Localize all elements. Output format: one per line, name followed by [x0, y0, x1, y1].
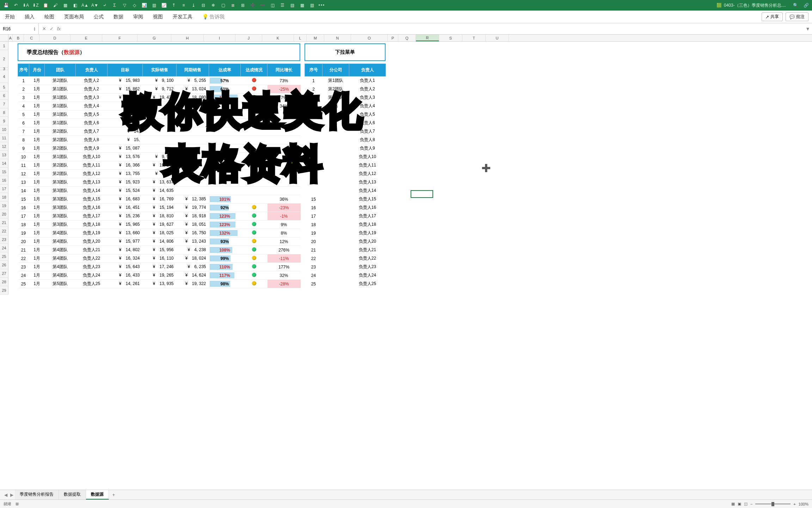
view-break-icon[interactable]: ◫	[744, 502, 748, 506]
table-row[interactable]: 25负责人25	[305, 280, 386, 288]
row-header[interactable]: 14	[0, 159, 8, 168]
name-box[interactable]: R16 ▲▼	[0, 23, 39, 34]
zoom-in-button[interactable]: +	[793, 502, 795, 506]
menu-tab[interactable]: 页面布局	[63, 11, 85, 23]
row-header[interactable]: 19	[0, 201, 8, 210]
share-button[interactable]: ↗ 共享	[762, 12, 783, 21]
group-icon[interactable]: ⊞	[240, 2, 246, 8]
row-header[interactable]: 26	[0, 261, 8, 269]
row-header[interactable]: 8	[0, 108, 8, 117]
borders-icon[interactable]: ▢	[220, 2, 226, 8]
sort-az-icon[interactable]: ⬇A	[23, 2, 29, 8]
table-row[interactable]: 101月第1团队负责人10 ¥ 13, 576 ¥ 9, 968	[18, 153, 301, 161]
accessibility-icon[interactable]: ⊞	[16, 502, 19, 506]
table-row[interactable]: 负责人14	[305, 187, 386, 195]
table-row[interactable]: 71月第2团队负责人7 ¥ 14,	[18, 127, 301, 136]
filter-icon[interactable]: ▽	[121, 2, 128, 8]
row-header[interactable]: 6	[0, 91, 8, 100]
enter-icon[interactable]: ✓	[50, 26, 54, 31]
row-header[interactable]: 22	[0, 227, 8, 235]
chart-bar-icon[interactable]: ▥	[151, 2, 157, 8]
row-header[interactable]: 11	[0, 134, 8, 142]
view-page-icon[interactable]: ▣	[738, 502, 741, 506]
table-row[interactable]: 19负责人19	[305, 229, 386, 237]
table-row[interactable]: 51月第1团队负责人5	[18, 110, 301, 119]
table-row[interactable]: 负责人8	[305, 136, 386, 144]
row-header[interactable]: 18	[0, 193, 8, 201]
column-header[interactable]: M	[307, 35, 324, 41]
column-header[interactable]: K	[262, 35, 294, 41]
table-row[interactable]: 负责人5	[305, 110, 386, 119]
table-row[interactable]: 22负责人22	[305, 254, 386, 263]
row-header[interactable]: 21	[0, 218, 8, 227]
pivot-icon[interactable]: ▦	[299, 2, 305, 8]
table-row[interactable]: 24负责人24	[305, 271, 386, 280]
row-header[interactable]: 20	[0, 210, 8, 218]
column-header[interactable]: R	[416, 35, 439, 41]
sort-za-icon[interactable]: ⬇Z	[32, 2, 39, 8]
table-row[interactable]: 231月第4团队负责人23 ¥ 15, 643 ¥ 17, 246 ¥ 6, 2…	[18, 263, 301, 271]
table-row[interactable]: 141月第3团队负责人14 ¥ 15, 524 ¥ 14, 635	[18, 187, 301, 195]
more-icon[interactable]: •••	[319, 2, 325, 8]
row-header[interactable]: 10	[0, 125, 8, 134]
menu-tab[interactable]: 公式	[92, 11, 105, 23]
tell-me[interactable]: 💡 告诉我	[201, 11, 226, 23]
column-header[interactable]: U	[486, 35, 509, 41]
table-row[interactable]: 16负责人16	[305, 204, 386, 212]
table-row[interactable]: 171月第3团队负责人17 ¥ 15, 236 ¥ 18, 810 ¥ 18, …	[18, 212, 301, 220]
table-row[interactable]: 111月第2团队负责人11 ¥ 16, 366 ¥ 19, 247	[18, 161, 301, 170]
search-icon[interactable]: 🔍	[792, 2, 799, 8]
row-header[interactable]: 24	[0, 244, 8, 252]
undo-icon[interactable]: ↶	[13, 2, 19, 8]
row-header[interactable]: 17	[0, 185, 8, 193]
list-icon[interactable]: ☰	[279, 2, 285, 8]
table-row[interactable]: 211月第4团队负责人21 ¥ 14, 802 ¥ 15, 956 ¥ 4, 2…	[18, 246, 301, 254]
freeze-icon[interactable]: ❄	[210, 2, 216, 8]
table-row[interactable]: 20负责人20	[305, 237, 386, 246]
table-row[interactable]: 17负责人17	[305, 212, 386, 220]
spreadsheet-grid[interactable]: ABCDEFGHIJKLMNOPQRSTU 123456789101112131…	[0, 35, 812, 42]
menu-tab[interactable]: 插入	[23, 11, 36, 23]
zoom-slider[interactable]	[755, 503, 791, 504]
comments-button[interactable]: 💬 批注	[786, 12, 808, 21]
column-header[interactable]: F	[102, 35, 137, 41]
add-sheet-button[interactable]: +	[109, 492, 118, 497]
table-row[interactable]: 负责人11	[305, 161, 386, 170]
column-header[interactable]: J	[235, 35, 262, 41]
zoom-out-button[interactable]: −	[750, 502, 752, 506]
merge-icon[interactable]: ⊟	[200, 2, 207, 8]
column-header[interactable]: A	[8, 35, 13, 41]
table-row[interactable]: 23负责人23	[305, 263, 386, 271]
delete-icon[interactable]: ➖	[259, 2, 266, 8]
row-header[interactable]: 16	[0, 176, 8, 185]
table-row[interactable]: 201月第4团队负责人20 ¥ 15, 977 ¥ 14, 806 ¥ 13, …	[18, 237, 301, 246]
table-row[interactable]: 241月第4团队负责人24 ¥ 16, 433 ¥ 19, 265 ¥ 14, …	[18, 271, 301, 280]
menu-tab[interactable]: 数据	[112, 11, 125, 23]
table-row[interactable]: 81月第2团队负责人8 ¥ 15,	[18, 136, 301, 144]
sheet-tab[interactable]: 季度销售分析报告	[15, 490, 59, 500]
sheet-nav-prev[interactable]: ◀	[3, 492, 9, 497]
table-row[interactable]: 161月第3团队负责人16 ¥ 16, 451 ¥ 15, 194 ¥ 19, …	[18, 204, 301, 212]
row-header[interactable]: 3	[0, 68, 8, 70]
table-row[interactable]: 第负责人4	[305, 102, 386, 110]
table-row[interactable]: 61月第1团队负责人6 ¥ 16,	[18, 119, 301, 127]
sheet-tab[interactable]: 数据提取	[59, 490, 86, 500]
table-row[interactable]: 21负责人21	[305, 246, 386, 254]
clipboard-icon[interactable]: 📋	[42, 2, 49, 8]
fx-icon[interactable]: fx	[57, 26, 61, 31]
column-header[interactable]: E	[70, 35, 102, 41]
table-row[interactable]: 2第2团队负责人2	[305, 85, 386, 93]
column-header[interactable]: L	[294, 35, 307, 41]
menu-tab[interactable]: 审阅	[132, 11, 144, 23]
table-row[interactable]: 负责人12	[305, 170, 386, 178]
table-row[interactable]: 负责人6	[305, 119, 386, 127]
expand-formula-icon[interactable]: ▾	[804, 25, 812, 32]
row-header[interactable]: 2	[0, 50, 8, 68]
format-icon[interactable]: ◫	[269, 2, 276, 8]
row-header[interactable]: 27	[0, 269, 8, 278]
shapes-icon[interactable]: ◇	[131, 2, 137, 8]
column-header[interactable]: I	[204, 35, 235, 41]
menu-tab[interactable]: 视图	[152, 11, 164, 23]
table-row[interactable]: 负责人10	[305, 153, 386, 161]
menu-tab[interactable]: 开发工具	[171, 11, 194, 23]
